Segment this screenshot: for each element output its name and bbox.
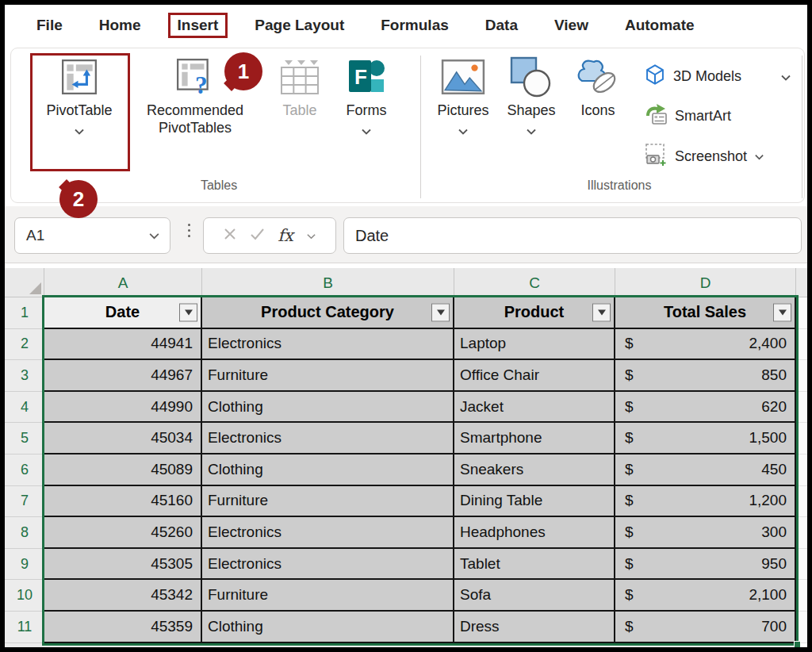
- insert-function-icon[interactable]: fx: [278, 226, 293, 245]
- tab-data[interactable]: Data: [485, 17, 518, 34]
- pivottable-highlight-box: [30, 53, 130, 171]
- cancel-icon[interactable]: [223, 227, 237, 244]
- cell-total[interactable]: $ 1,200: [615, 486, 796, 518]
- cell-product[interactable]: Dining Table: [454, 486, 615, 518]
- cell-date[interactable]: 45160: [44, 486, 202, 518]
- cell-date[interactable]: 45260: [44, 517, 202, 549]
- cell-product[interactable]: Office Chair: [454, 360, 615, 392]
- screenshot-button[interactable]: Screenshot: [644, 143, 764, 170]
- cell-date[interactable]: 45359: [44, 612, 202, 643]
- 3d-models-button[interactable]: 3D Models: [644, 63, 741, 89]
- cell-date[interactable]: 44941: [44, 329, 202, 361]
- filter-dropdown-button[interactable]: [773, 303, 791, 321]
- cell-total[interactable]: $ 2,400: [615, 329, 796, 361]
- tab-insert[interactable]: Insert: [168, 13, 228, 38]
- row-number[interactable]: 4: [5, 392, 44, 424]
- row-number[interactable]: 5: [5, 423, 44, 454]
- cell-date[interactable]: 44990: [44, 392, 202, 424]
- cell-total[interactable]: $ 850: [615, 360, 796, 392]
- enter-check-icon[interactable]: [250, 228, 265, 244]
- cell-category[interactable]: Furniture: [202, 580, 454, 612]
- row-number[interactable]: 10: [5, 580, 44, 612]
- chevron-down-icon[interactable]: [754, 149, 764, 163]
- tab-view[interactable]: View: [554, 17, 588, 34]
- column-header-c[interactable]: C: [454, 268, 615, 297]
- cell-date[interactable]: 45305: [44, 549, 202, 581]
- cell-total[interactable]: $ 450: [615, 454, 796, 486]
- cell-product[interactable]: Sofa: [454, 580, 615, 612]
- column-header-b[interactable]: B: [202, 268, 454, 297]
- cell-category[interactable]: Electronics: [202, 423, 454, 454]
- recommended-pivottables-icon: ?: [175, 56, 215, 98]
- chevron-down-icon[interactable]: [780, 70, 791, 84]
- row-number[interactable]: 6: [5, 454, 44, 486]
- cell-total[interactable]: $ 700: [615, 612, 796, 643]
- filter-triangle-icon: [598, 309, 606, 315]
- cell-total[interactable]: $ 300: [615, 517, 796, 549]
- cell-date[interactable]: 45089: [44, 454, 202, 486]
- tab-page-layout[interactable]: Page Layout: [255, 17, 344, 34]
- cell-date[interactable]: 45034: [44, 423, 202, 454]
- smartart-button[interactable]: SmartArt: [644, 103, 731, 128]
- table-row: 9 45305 Electronics Tablet $ 950: [5, 549, 807, 581]
- chevron-down-icon[interactable]: [306, 228, 316, 243]
- cell-product[interactable]: Dress: [454, 612, 615, 643]
- name-box[interactable]: A1: [14, 217, 170, 254]
- forms-button[interactable]: F Forms: [336, 56, 396, 138]
- cell-category[interactable]: Clothing: [202, 612, 454, 643]
- tab-home[interactable]: Home: [99, 17, 141, 34]
- pictures-label: Pictures: [437, 102, 488, 119]
- filter-dropdown-button[interactable]: [592, 303, 611, 321]
- cell-product[interactable]: Jacket: [454, 392, 615, 424]
- cell-category[interactable]: Furniture: [202, 360, 454, 392]
- cell-date[interactable]: 45342: [44, 580, 202, 612]
- cell-product[interactable]: Sneakers: [454, 454, 615, 486]
- cell-product[interactable]: Smartphone: [454, 423, 615, 454]
- group-separator: [420, 56, 421, 198]
- select-all-button[interactable]: [5, 268, 44, 297]
- row-number[interactable]: 1: [5, 297, 44, 329]
- row-number[interactable]: 11: [5, 612, 44, 643]
- filter-dropdown-button[interactable]: [431, 303, 450, 321]
- currency-symbol: $: [625, 398, 634, 416]
- tab-formulas[interactable]: Formulas: [381, 17, 449, 34]
- row-number[interactable]: 2: [5, 329, 44, 361]
- row-number[interactable]: 9: [5, 549, 44, 581]
- formula-input[interactable]: Date: [343, 217, 802, 254]
- pictures-button[interactable]: Pictures: [430, 56, 496, 138]
- cell-category[interactable]: Electronics: [202, 549, 454, 581]
- formula-bar-divider[interactable]: [188, 224, 190, 237]
- cell-category[interactable]: Clothing: [202, 392, 454, 424]
- cell-category[interactable]: Furniture: [202, 486, 454, 518]
- cell-total[interactable]: $ 950: [615, 549, 796, 581]
- cell-category[interactable]: Electronics: [202, 517, 454, 549]
- column-header-a[interactable]: A: [44, 268, 202, 297]
- chevron-down-icon[interactable]: [148, 228, 160, 243]
- cell-product[interactable]: Laptop: [454, 329, 615, 361]
- column-header-d[interactable]: D: [615, 268, 796, 297]
- cell-total[interactable]: $ 1,500: [615, 423, 796, 454]
- row-number[interactable]: 3: [5, 360, 44, 392]
- header-cell-product[interactable]: Product: [454, 297, 615, 329]
- header-cell-total-sales[interactable]: Total Sales: [615, 297, 796, 329]
- tab-automate[interactable]: Automate: [625, 17, 695, 34]
- table-button[interactable]: Table: [268, 56, 331, 119]
- cell-date[interactable]: 44967: [44, 360, 202, 392]
- icons-button[interactable]: Icons: [569, 56, 626, 119]
- chevron-down-icon[interactable]: [458, 124, 469, 138]
- header-cell-date[interactable]: Date: [44, 297, 202, 329]
- tab-file[interactable]: File: [36, 17, 63, 34]
- filter-dropdown-button[interactable]: [179, 303, 197, 321]
- chevron-down-icon[interactable]: [526, 124, 537, 138]
- cell-total[interactable]: $ 620: [615, 392, 796, 424]
- cell-product[interactable]: Tablet: [454, 549, 615, 581]
- cell-product[interactable]: Headphones: [454, 517, 615, 549]
- header-cell-category[interactable]: Product Category: [202, 297, 454, 329]
- cell-total[interactable]: $ 2,100: [615, 580, 796, 612]
- row-number[interactable]: 8: [5, 517, 44, 549]
- cell-category[interactable]: Clothing: [202, 454, 454, 486]
- chevron-down-icon[interactable]: [361, 124, 372, 138]
- shapes-button[interactable]: Shapes: [500, 56, 563, 138]
- row-number[interactable]: 7: [5, 486, 44, 518]
- cell-category[interactable]: Electronics: [202, 329, 454, 361]
